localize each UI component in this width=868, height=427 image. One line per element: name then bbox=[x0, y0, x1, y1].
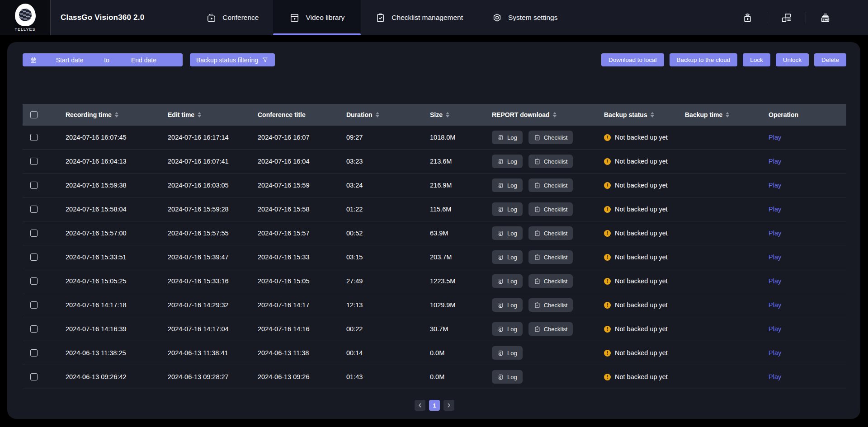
log-file-icon bbox=[497, 278, 504, 285]
conference-title-cell: 2024-06-13 11:38 bbox=[258, 349, 346, 357]
row-checkbox[interactable] bbox=[30, 158, 38, 165]
row-checkbox[interactable] bbox=[30, 301, 38, 309]
table-row: 2024-07-16 14:16:39 2024-07-16 14:17:04 … bbox=[23, 317, 846, 341]
log-button[interactable]: Log bbox=[492, 202, 523, 216]
column-header-recording-time[interactable]: Recording time bbox=[66, 111, 168, 118]
row-checkbox[interactable] bbox=[30, 253, 38, 261]
recorder-device-button[interactable] bbox=[806, 12, 844, 23]
column-header-backup-time[interactable]: Backup time bbox=[685, 111, 769, 118]
duration-cell: 09:27 bbox=[346, 134, 430, 141]
prev-page-button[interactable] bbox=[415, 400, 425, 411]
lock-button[interactable]: Lock bbox=[743, 53, 770, 66]
checklist-button[interactable]: Checklist bbox=[528, 322, 573, 336]
backup-status-text: Not backed up yet bbox=[615, 230, 668, 237]
next-page-button[interactable] bbox=[443, 400, 454, 411]
checklist-clipboard-icon bbox=[534, 278, 541, 285]
end-date-input[interactable]: End date bbox=[111, 56, 176, 64]
sort-icon[interactable] bbox=[376, 112, 379, 117]
play-link[interactable]: Play bbox=[769, 134, 781, 141]
column-header-size[interactable]: Size bbox=[430, 111, 492, 118]
checklist-button[interactable]: Checklist bbox=[528, 250, 573, 264]
row-checkbox[interactable] bbox=[30, 349, 38, 357]
checklist-button[interactable]: Checklist bbox=[528, 298, 573, 312]
layout-button[interactable] bbox=[767, 12, 806, 23]
checklist-clipboard-icon bbox=[534, 134, 541, 141]
log-button[interactable]: Log bbox=[492, 322, 523, 336]
start-date-input[interactable]: Start date bbox=[37, 56, 102, 64]
play-link[interactable]: Play bbox=[769, 277, 781, 285]
log-button[interactable]: Log bbox=[492, 226, 523, 240]
checklist-button[interactable]: Checklist bbox=[528, 155, 573, 168]
play-link[interactable]: Play bbox=[769, 373, 781, 380]
conference-camera-icon bbox=[206, 13, 217, 23]
tab-conference[interactable]: Conference bbox=[192, 0, 273, 35]
sort-icon[interactable] bbox=[198, 112, 201, 117]
log-button[interactable]: Log bbox=[492, 155, 523, 168]
row-checkbox[interactable] bbox=[30, 325, 38, 333]
select-all-checkbox[interactable] bbox=[30, 111, 38, 118]
row-checkbox[interactable] bbox=[30, 230, 38, 237]
table-header-row: Recording time Edit time Conference titl… bbox=[23, 104, 846, 126]
play-link[interactable]: Play bbox=[769, 182, 781, 189]
backup-status-cell: ! Not backed up yet bbox=[604, 230, 685, 237]
tab-checklist-management[interactable]: Checklist management bbox=[361, 0, 477, 35]
tab-label: Checklist management bbox=[392, 14, 463, 22]
sort-icon[interactable] bbox=[651, 112, 654, 117]
table-row: 2024-07-16 15:57:00 2024-07-16 15:57:55 … bbox=[23, 221, 846, 245]
checklist-button[interactable]: Checklist bbox=[528, 178, 573, 192]
play-link[interactable]: Play bbox=[769, 206, 781, 213]
delete-button[interactable]: Delete bbox=[814, 53, 846, 66]
backup-status-filter-button[interactable]: Backup status filtering bbox=[190, 53, 275, 66]
play-link[interactable]: Play bbox=[769, 325, 781, 333]
play-link[interactable]: Play bbox=[769, 253, 781, 261]
pagination: 1 bbox=[23, 400, 846, 411]
sort-icon[interactable] bbox=[115, 112, 118, 117]
column-header-report-download[interactable]: REPORT download bbox=[492, 111, 604, 118]
sort-icon[interactable] bbox=[446, 112, 449, 117]
row-checkbox[interactable] bbox=[30, 373, 38, 380]
log-button[interactable]: Log bbox=[492, 370, 523, 384]
row-checkbox[interactable] bbox=[30, 182, 38, 189]
report-download-cell: Log Checklist bbox=[492, 274, 604, 288]
log-file-icon bbox=[497, 134, 504, 141]
play-link[interactable]: Play bbox=[769, 230, 781, 237]
column-header-backup-status[interactable]: Backup status bbox=[604, 111, 685, 118]
live-cast-button[interactable] bbox=[728, 12, 767, 23]
warning-icon: ! bbox=[604, 158, 611, 165]
warning-icon: ! bbox=[604, 350, 611, 357]
size-cell: 30.7M bbox=[430, 325, 492, 333]
edit-time-cell: 2024-07-16 16:17:14 bbox=[168, 134, 258, 141]
log-button[interactable]: Log bbox=[492, 346, 523, 360]
column-header-duration[interactable]: Duration bbox=[346, 111, 430, 118]
play-link[interactable]: Play bbox=[769, 301, 781, 309]
page-1-button[interactable]: 1 bbox=[429, 400, 440, 411]
row-checkbox[interactable] bbox=[30, 206, 38, 213]
log-button[interactable]: Log bbox=[492, 274, 523, 288]
checklist-button[interactable]: Checklist bbox=[528, 131, 573, 144]
tab-system-settings[interactable]: System settings bbox=[477, 0, 572, 35]
date-range-picker[interactable]: Start date to End date bbox=[23, 53, 183, 66]
sort-icon[interactable] bbox=[726, 112, 729, 117]
log-button[interactable]: Log bbox=[492, 298, 523, 312]
sort-icon[interactable] bbox=[553, 112, 557, 117]
row-checkbox[interactable] bbox=[30, 134, 38, 141]
backup-to-cloud-button[interactable]: Backup to the cloud bbox=[670, 53, 738, 66]
log-button[interactable]: Log bbox=[492, 131, 523, 144]
log-file-icon bbox=[497, 254, 504, 261]
checklist-button[interactable]: Checklist bbox=[528, 226, 573, 240]
play-link[interactable]: Play bbox=[769, 349, 781, 357]
unlock-button[interactable]: Unlock bbox=[776, 53, 809, 66]
download-to-local-button[interactable]: Download to local bbox=[601, 53, 664, 66]
checklist-button[interactable]: Checklist bbox=[528, 274, 573, 288]
size-cell: 213.6M bbox=[430, 158, 492, 165]
edit-time-cell: 2024-07-16 16:03:05 bbox=[168, 182, 258, 189]
log-button[interactable]: Log bbox=[492, 178, 523, 192]
play-link[interactable]: Play bbox=[769, 158, 781, 165]
column-header-edit-time[interactable]: Edit time bbox=[168, 111, 258, 118]
log-button[interactable]: Log bbox=[492, 250, 523, 264]
checklist-button[interactable]: Checklist bbox=[528, 202, 573, 216]
report-download-cell: Log Checklist bbox=[492, 298, 604, 312]
tab-video-library[interactable]: Video library bbox=[273, 0, 361, 35]
date-range-separator: to bbox=[102, 56, 111, 64]
row-checkbox[interactable] bbox=[30, 277, 38, 285]
